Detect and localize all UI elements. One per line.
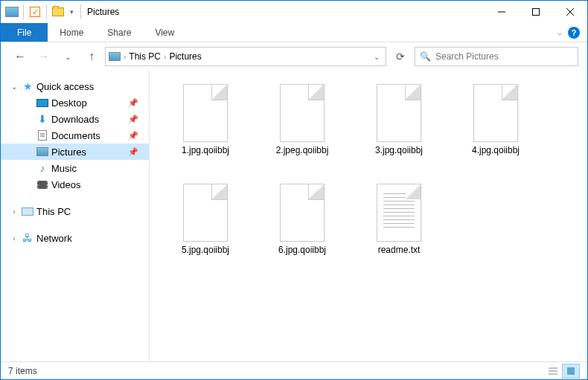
file-name: 2.jpeg.qoiibbj bbox=[276, 145, 329, 155]
file-name: 1.jpg.qoiibbj bbox=[182, 145, 229, 155]
pin-icon: 📌 bbox=[128, 98, 138, 108]
separator bbox=[80, 4, 81, 19]
file-list[interactable]: 1.jpg.qoiibbj2.jpeg.qoiibbj3.jpg.qoiibbj… bbox=[150, 71, 587, 361]
main-area: ⌄ ★ Quick access Desktop📌⬇Downloads📌Docu… bbox=[1, 71, 587, 361]
file-name: 6.jpg.qoiibbj bbox=[278, 245, 326, 255]
svg-rect-7 bbox=[567, 367, 575, 375]
pin-icon: 📌 bbox=[128, 131, 138, 141]
forward-button[interactable]: → bbox=[33, 46, 54, 67]
sidebar-item-downloads[interactable]: ⬇Downloads📌 bbox=[1, 111, 149, 127]
back-button[interactable]: ← bbox=[10, 46, 31, 67]
qat-new-folder-button[interactable] bbox=[51, 5, 65, 19]
file-tab[interactable]: File bbox=[1, 23, 48, 42]
title-bar: ✓ ▾ Pictures bbox=[1, 1, 587, 23]
blank-file-icon bbox=[280, 184, 325, 242]
blank-file-icon bbox=[473, 84, 518, 142]
blank-file-icon bbox=[183, 184, 228, 242]
sidebar-item-label: Videos bbox=[51, 179, 81, 190]
sidebar-item-documents[interactable]: Documents📌 bbox=[1, 127, 149, 144]
address-bar[interactable]: › This PC › Pictures ⌄ bbox=[105, 47, 386, 66]
search-placeholder: Search Pictures bbox=[435, 51, 499, 62]
expand-icon[interactable]: › bbox=[10, 207, 19, 216]
tab-share[interactable]: Share bbox=[95, 23, 143, 42]
ribbon-tabs: File Home Share View ⌵ ? bbox=[1, 23, 587, 42]
file-item[interactable]: 4.jpg.qoiibbj bbox=[447, 81, 544, 181]
file-item[interactable]: 6.jpg.qoiibbj bbox=[254, 181, 351, 280]
details-view-button[interactable] bbox=[544, 364, 562, 379]
pc-icon bbox=[22, 207, 33, 216]
navigation-pane: ⌄ ★ Quick access Desktop📌⬇Downloads📌Docu… bbox=[1, 71, 150, 361]
file-item[interactable]: 2.jpeg.qoiibbj bbox=[254, 81, 351, 181]
separator bbox=[23, 4, 24, 19]
star-icon: ★ bbox=[22, 81, 33, 91]
sidebar-this-pc[interactable]: › This PC bbox=[1, 203, 149, 219]
recent-locations-dropdown[interactable]: ⌄ bbox=[57, 46, 78, 67]
search-box[interactable]: 🔍 Search Pictures bbox=[415, 47, 578, 66]
ribbon-expand-button[interactable]: ⌵ bbox=[557, 28, 562, 36]
qat-properties-button[interactable]: ✓ bbox=[28, 5, 42, 19]
sidebar-item-label: Downloads bbox=[51, 114, 99, 125]
network-icon: 🖧 bbox=[22, 233, 33, 243]
item-count: 7 items bbox=[8, 366, 37, 376]
document-icon bbox=[38, 130, 47, 141]
pin-icon: 📌 bbox=[128, 147, 138, 157]
sidebar-item-label: Music bbox=[51, 163, 77, 174]
minimize-button[interactable] bbox=[485, 1, 519, 23]
tab-home[interactable]: Home bbox=[48, 23, 95, 42]
expand-icon[interactable]: ⌄ bbox=[10, 83, 19, 91]
file-name: 3.jpg.qoiibbj bbox=[375, 145, 423, 155]
separator bbox=[46, 4, 47, 19]
sidebar-label: This PC bbox=[36, 206, 71, 217]
sidebar-label: Quick access bbox=[36, 81, 94, 92]
maximize-button[interactable] bbox=[519, 1, 553, 23]
pin-icon: 📌 bbox=[128, 115, 138, 124]
file-item[interactable]: readme.txt bbox=[351, 181, 447, 280]
file-name: readme.txt bbox=[378, 245, 421, 255]
sidebar-network[interactable]: › 🖧 Network bbox=[1, 230, 149, 246]
file-item[interactable]: 3.jpg.qoiibbj bbox=[351, 81, 447, 181]
file-name: 4.jpg.qoiibbj bbox=[472, 145, 520, 155]
file-item[interactable]: 1.jpg.qoiibbj bbox=[157, 81, 254, 181]
file-item[interactable]: 5.jpg.qoiibbj bbox=[157, 181, 254, 280]
navigation-bar: ← → ⌄ ↑ › This PC › Pictures ⌄ ⟳ 🔍 Searc… bbox=[1, 42, 587, 71]
sidebar-item-label: Pictures bbox=[51, 146, 86, 158]
sidebar-quick-access[interactable]: ⌄ ★ Quick access bbox=[1, 78, 149, 94]
status-bar: 7 items bbox=[1, 361, 587, 379]
pictures-icon bbox=[36, 147, 48, 156]
app-icon bbox=[5, 7, 19, 17]
breadcrumb-separator: › bbox=[164, 53, 166, 61]
desktop-icon bbox=[36, 99, 48, 107]
quick-access-toolbar: ✓ ▾ bbox=[1, 1, 83, 23]
address-dropdown[interactable]: ⌄ bbox=[371, 53, 383, 61]
download-icon: ⬇ bbox=[36, 114, 48, 124]
breadcrumb-this-pc[interactable]: This PC bbox=[129, 51, 161, 62]
breadcrumb-separator: › bbox=[124, 53, 126, 61]
breadcrumb-pictures[interactable]: Pictures bbox=[169, 51, 201, 62]
sidebar-label: Network bbox=[36, 233, 72, 244]
text-file-icon bbox=[377, 184, 421, 242]
file-name: 5.jpg.qoiibbj bbox=[182, 245, 229, 255]
sidebar-item-desktop[interactable]: Desktop📌 bbox=[1, 94, 149, 111]
sidebar-item-pictures[interactable]: Pictures📌 bbox=[1, 144, 149, 160]
blank-file-icon bbox=[377, 84, 421, 142]
sidebar-item-label: Desktop bbox=[51, 97, 87, 109]
refresh-button[interactable]: ⟳ bbox=[389, 47, 412, 66]
search-icon: 🔍 bbox=[420, 51, 431, 62]
window-controls bbox=[485, 1, 587, 23]
blank-file-icon bbox=[280, 84, 325, 142]
large-icons-view-button[interactable] bbox=[562, 364, 580, 379]
window-title: Pictures bbox=[83, 1, 119, 23]
expand-icon[interactable]: › bbox=[10, 234, 19, 242]
video-icon bbox=[37, 181, 48, 189]
location-icon bbox=[109, 52, 121, 61]
qat-customize-dropdown[interactable]: ▾ bbox=[68, 8, 76, 16]
sidebar-item-label: Documents bbox=[51, 130, 100, 141]
music-icon: ♪ bbox=[36, 163, 48, 173]
up-button[interactable]: ↑ bbox=[81, 46, 102, 67]
svg-rect-1 bbox=[533, 9, 540, 16]
sidebar-item-videos[interactable]: Videos bbox=[1, 176, 149, 193]
sidebar-item-music[interactable]: ♪Music bbox=[1, 160, 149, 176]
close-button[interactable] bbox=[553, 1, 587, 23]
help-button[interactable]: ? bbox=[568, 27, 580, 39]
tab-view[interactable]: View bbox=[143, 23, 186, 42]
